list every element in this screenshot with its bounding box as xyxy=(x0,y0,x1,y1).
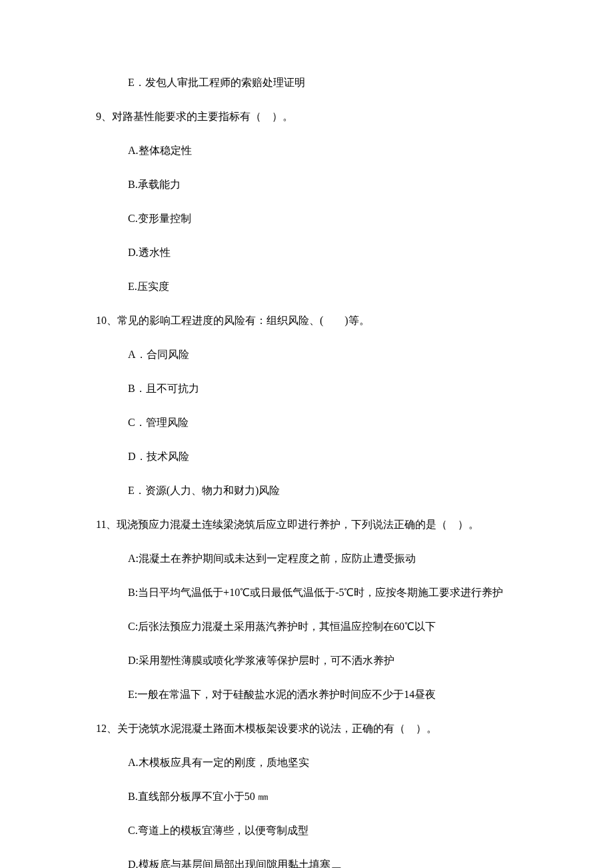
question-9-option-e: E.压实度 xyxy=(96,279,541,295)
prev-option-e: E．发包人审批工程师的索赔处理证明 xyxy=(96,75,541,91)
question-11-option-b: B:当日平均气温低于+10℃或日最低气温低于-5℃时，应按冬期施工要求进行养护 xyxy=(96,585,541,601)
question-10-stem: 10、常见的影响工程进度的风险有：组织风险、( )等。 xyxy=(96,313,541,329)
question-9-option-d: D.透水性 xyxy=(96,245,541,261)
question-10-option-c: C．管理风险 xyxy=(96,415,541,431)
question-10-option-a: A．合同风险 xyxy=(96,347,541,363)
document-page: E．发包人审批工程师的索赔处理证明 9、对路基性能要求的主要指标有（ ）。 A.… xyxy=(0,0,613,868)
question-11-option-e: E:一般在常温下，对于硅酸盐水泥的洒水养护时间应不少于14昼夜 xyxy=(96,687,541,703)
question-12-stem: 12、关于浇筑水泥混凝土路面木模板架设要求的说法，正确的有（ ）。 xyxy=(96,721,541,737)
question-12-option-b: B.直线部分板厚不宜小于50 ㎜ xyxy=(96,789,541,805)
question-11-option-a: A:混凝土在养护期间或未达到一定程度之前，应防止遭受振动 xyxy=(96,551,541,567)
question-9-option-a: A.整体稳定性 xyxy=(96,143,541,159)
question-11-option-c: C:后张法预应力混凝土采用蒸汽养护时，其恒温应控制在60℃以下 xyxy=(96,619,541,635)
page-footer: 第 3 页 共 15 页 xyxy=(0,865,613,868)
question-9-option-c: C.变形量控制 xyxy=(96,211,541,227)
question-9-stem: 9、对路基性能要求的主要指标有（ ）。 xyxy=(96,109,541,125)
question-10-option-d: D．技术风险 xyxy=(96,449,541,465)
question-12-option-c: C.弯道上的模板宜薄些，以便弯制成型 xyxy=(96,823,541,839)
question-12-option-a: A.木模板应具有一定的刚度，质地坚实 xyxy=(96,755,541,771)
question-10-option-e: E．资源(人力、物力和财力)风险 xyxy=(96,483,541,499)
question-10-option-b: B．且不可抗力 xyxy=(96,381,541,397)
question-11-option-d: D:采用塑性薄膜或喷化学浆液等保护层时，可不洒水养护 xyxy=(96,653,541,669)
question-9-option-b: B.承载能力 xyxy=(96,177,541,193)
question-11-stem: 11、现浇预应力混凝土连续梁浇筑后应立即进行养护，下列说法正确的是（ ）。 xyxy=(96,517,541,533)
